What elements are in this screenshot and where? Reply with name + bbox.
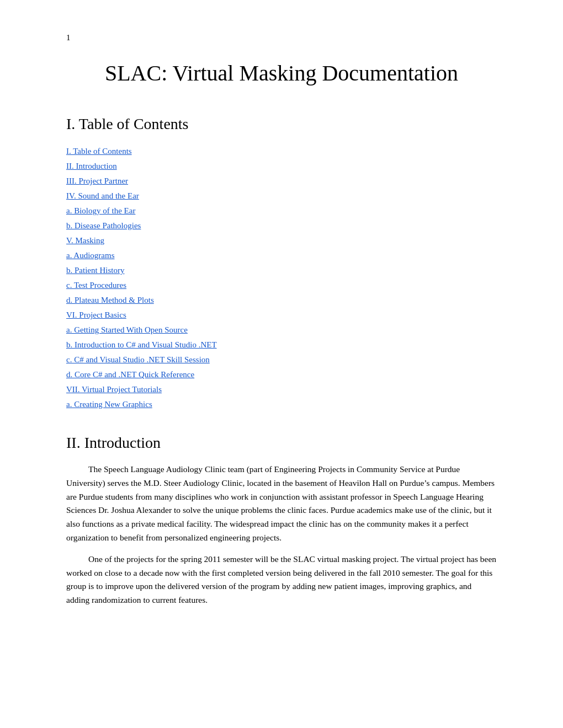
document-page: 1 SLAC: Virtual Masking Documentation I.…	[0, 0, 563, 728]
toc-link[interactable]: c. C# and Visual Studio .NET Skill Sessi…	[66, 355, 210, 364]
toc-list-item: b. Patient History	[66, 263, 497, 278]
toc-link[interactable]: a. Creating New Graphics	[66, 400, 152, 409]
toc-heading: I. Table of Contents	[66, 115, 497, 133]
toc-list-item: VI. Project Basics	[66, 308, 497, 323]
toc-link[interactable]: b. Disease Pathologies	[66, 221, 141, 230]
toc-link[interactable]: b. Patient History	[66, 266, 124, 275]
toc-link[interactable]: d. Core C# and .NET Quick Reference	[66, 370, 194, 379]
toc-link[interactable]: a. Getting Started With Open Source	[66, 325, 188, 334]
toc-list-item: b. Disease Pathologies	[66, 218, 497, 233]
toc-list-item: d. Core C# and .NET Quick Reference	[66, 367, 497, 382]
toc-link[interactable]: III. Project Partner	[66, 176, 128, 185]
toc-list-item: I. Table of Contents	[66, 144, 497, 159]
table-of-contents: I. Table of ContentsII. IntroductionIII.…	[66, 144, 497, 412]
toc-list-item: II. Introduction	[66, 159, 497, 174]
toc-list-item: a. Biology of the Ear	[66, 204, 497, 218]
toc-list-item: a. Getting Started With Open Source	[66, 323, 497, 338]
page-number: 1	[66, 33, 497, 42]
toc-link[interactable]: V. Masking	[66, 236, 104, 245]
toc-link[interactable]: b. Introduction to C# and Visual Studio …	[66, 340, 217, 349]
toc-link[interactable]: IV. Sound and the Ear	[66, 191, 139, 200]
toc-link[interactable]: d. Plateau Method & Plots	[66, 296, 154, 304]
toc-list-item: IV. Sound and the Ear	[66, 189, 497, 204]
toc-list-item: c. C# and Visual Studio .NET Skill Sessi…	[66, 352, 497, 367]
toc-list-item: d. Plateau Method & Plots	[66, 293, 497, 308]
toc-list-item: III. Project Partner	[66, 174, 497, 189]
toc-list-item: b. Introduction to C# and Visual Studio …	[66, 338, 497, 352]
intro-heading: II. Introduction	[66, 434, 497, 452]
intro-paragraph-1: The Speech Language Audiology Clinic tea…	[66, 463, 497, 545]
toc-list-item: a. Creating New Graphics	[66, 397, 497, 412]
toc-link[interactable]: VI. Project Basics	[66, 311, 126, 319]
toc-link[interactable]: I. Table of Contents	[66, 147, 132, 156]
introduction-section: II. Introduction The Speech Language Aud…	[66, 434, 497, 607]
toc-list-item: V. Masking	[66, 233, 497, 248]
document-title: SLAC: Virtual Masking Documentation	[66, 59, 497, 88]
toc-link[interactable]: a. Biology of the Ear	[66, 206, 135, 215]
toc-list-item: a. Audiograms	[66, 248, 497, 263]
toc-link[interactable]: a. Audiograms	[66, 251, 115, 260]
toc-link[interactable]: VII. Virtual Project Tutorials	[66, 385, 162, 394]
toc-link[interactable]: II. Introduction	[66, 162, 117, 170]
toc-list-item: VII. Virtual Project Tutorials	[66, 382, 497, 397]
toc-link[interactable]: c. Test Procedures	[66, 281, 126, 290]
intro-paragraph-2: One of the projects for the spring 2011 …	[66, 553, 497, 607]
toc-list-item: c. Test Procedures	[66, 278, 497, 293]
